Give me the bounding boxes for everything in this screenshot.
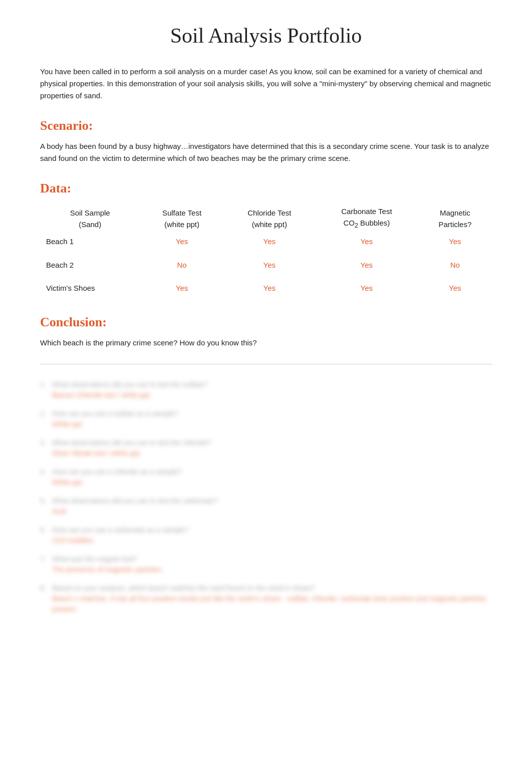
answer-list: 1.What observations did you use to test … (40, 379, 492, 615)
data-table: Soil Sample (Sand) Sulfate Test (white p… (40, 203, 492, 297)
intro-paragraph: You have been called in to perform a soi… (40, 66, 492, 102)
col-header-sample: Soil Sample (Sand) (40, 203, 140, 233)
list-item: 1.What observations did you use to test … (40, 379, 492, 401)
table-row: Beach 2NoYesYesNo (40, 257, 492, 274)
question-text: How can you use a sulfate as a sample? (52, 409, 178, 419)
question-text: What observations did you use to test th… (52, 379, 207, 390)
blurred-answers-section: 1.What observations did you use to test … (40, 379, 492, 615)
sample-name-cell: Beach 1 (40, 233, 140, 251)
item-number: 2. (40, 409, 48, 430)
answer-text: The presence of magnetic particles. (52, 564, 163, 575)
question-text: How can you use a chloride as a sample? (52, 467, 182, 477)
item-number: 7. (40, 554, 48, 575)
conclusion-section: Conclusion: Which beach is the primary c… (40, 312, 492, 349)
answer-text: CO2 bubbles. (52, 535, 188, 546)
col-header-chloride: Chloride Test (white ppt) (224, 203, 315, 233)
answer-text: Silver Nitrate test / white ppt. (52, 448, 211, 459)
question-text: Based on your analysis, which beach matc… (52, 583, 492, 594)
sample-name-cell: Victim's Shoes (40, 280, 140, 297)
carbonate-cell: Yes (315, 257, 418, 274)
table-row: Victim's ShoesYesYesYesYes (40, 280, 492, 297)
list-item: 6.How can you use a carbonate as a sampl… (40, 525, 492, 546)
list-item: 8.Based on your analysis, which beach ma… (40, 583, 492, 615)
carbonate-cell: Yes (315, 233, 418, 251)
list-item: 7.What was the magnet test?The presence … (40, 554, 492, 575)
sample-name-cell: Beach 2 (40, 257, 140, 274)
answer-text: White ppt. (52, 419, 178, 430)
col-header-magnetic: Magnetic Particles? (418, 203, 492, 233)
answer-text: Barium Chloride test / white ppt. (52, 390, 207, 401)
sulfate-cell: No (140, 257, 223, 274)
list-item: 4.How can you use a chloride as a sample… (40, 467, 492, 488)
scenario-text: A body has been found by a busy highway…… (40, 140, 492, 164)
answer-text: Beach 1 matches. It has all four positiv… (52, 594, 492, 615)
answer-text: White ppt. (52, 477, 182, 488)
question-text: What was the magnet test? (52, 554, 163, 564)
list-item: 2.How can you use a sulfate as a sample?… (40, 409, 492, 430)
question-text: How can you use a carbonate as a sample? (52, 525, 188, 535)
magnetic-cell: No (418, 257, 492, 274)
scenario-heading: Scenario: (40, 116, 492, 135)
question-text: What observations did you use to test th… (52, 438, 211, 448)
chloride-cell: Yes (224, 280, 315, 297)
col-header-sulfate: Sulfate Test (white ppt) (140, 203, 223, 233)
chloride-cell: Yes (224, 233, 315, 251)
item-number: 1. (40, 379, 48, 401)
answer-text: Acid. (52, 506, 218, 517)
item-number: 5. (40, 496, 48, 517)
sulfate-cell: Yes (140, 280, 223, 297)
conclusion-text: Which beach is the primary crime scene? … (40, 337, 492, 349)
col-header-carbonate: Carbonate Test CO2 Bubbles) (315, 203, 418, 233)
page-title: Soil Analysis Portfolio (40, 20, 492, 52)
item-number: 6. (40, 525, 48, 546)
item-number: 8. (40, 583, 48, 615)
table-row: Beach 1YesYesYesYes (40, 233, 492, 251)
item-number: 4. (40, 467, 48, 488)
conclusion-heading: Conclusion: (40, 312, 492, 332)
carbonate-cell: Yes (315, 280, 418, 297)
chloride-cell: Yes (224, 257, 315, 274)
magnetic-cell: Yes (418, 233, 492, 251)
data-heading: Data: (40, 178, 492, 198)
section-divider (40, 364, 492, 364)
question-text: What observations did you use to test th… (52, 496, 218, 506)
list-item: 3.What observations did you use to test … (40, 438, 492, 459)
data-section: Data: Soil Sample (Sand) Sulfate Test (w… (40, 178, 492, 297)
list-item: 5.What observations did you use to test … (40, 496, 492, 517)
item-number: 3. (40, 438, 48, 459)
sulfate-cell: Yes (140, 233, 223, 251)
magnetic-cell: Yes (418, 280, 492, 297)
